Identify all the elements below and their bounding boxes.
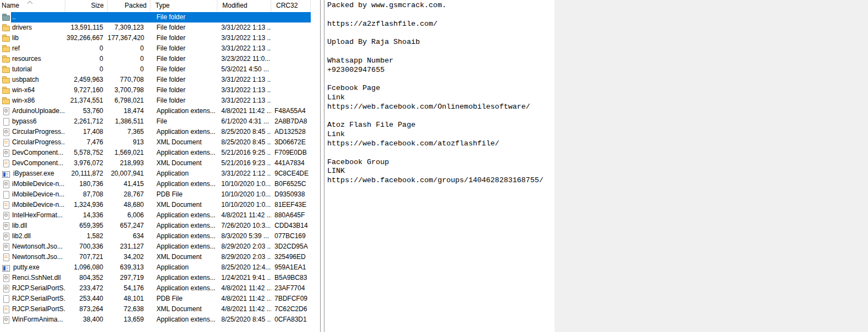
table-row[interactable]: lib392,266,667177,367,420File folder3/31…	[0, 33, 320, 43]
cell-crc32	[271, 43, 311, 54]
desktop-background	[555, 0, 868, 332]
table-row[interactable]: usbpatch2,459,963770,708File folder3/31/…	[0, 75, 320, 85]
cell-packed: 639,313	[108, 262, 150, 273]
table-row[interactable]: drivers13,591,1157,309,123File folder3/3…	[0, 22, 320, 33]
file-name: IntelHexFormat...	[12, 210, 63, 221]
cell-modified	[217, 12, 271, 22]
table-row[interactable]: Newtonsoft.Jso...707,72134,202XML Docume…	[0, 252, 320, 262]
table-row[interactable]: DevComponent...3,976,072218,993XML Docum…	[0, 158, 320, 168]
cell-type: File folder	[150, 75, 217, 85]
cell-name: resources	[0, 54, 65, 64]
table-row[interactable]: iMobileDevice-n...180,73641,415Applicati…	[0, 179, 320, 189]
xml-icon	[2, 159, 10, 167]
cell-name: CircularProgress...	[0, 137, 65, 148]
table-row[interactable]: ..File folder	[0, 12, 320, 22]
archive-manager-window: NameSizePackedTypeModifiedCRC32 ..File f…	[0, 0, 868, 332]
cell-modified: 3/31/2022 1:13 ...	[217, 22, 271, 33]
file-list-body: ..File folderdrivers13,591,1157,309,123F…	[0, 12, 320, 325]
cell-type: File folder	[150, 22, 217, 33]
table-row[interactable]: CircularProgress...17,4087,365Applicatio…	[0, 127, 320, 137]
cell-size: 53,760	[65, 106, 108, 116]
cell-type: Application extens...	[150, 106, 217, 116]
table-row[interactable]: lib2.dll1,582634Application extens...8/3…	[0, 231, 320, 241]
table-row[interactable]: putty.exe1,096,080639,313Application8/25…	[0, 262, 320, 273]
panel-splitter[interactable]	[320, 0, 324, 332]
column-header-packed[interactable]: Packed	[108, 0, 150, 12]
table-row[interactable]: ArduinoUploade...53,76018,474Application…	[0, 106, 320, 116]
table-row[interactable]: RJCP.SerialPortS...873,26472,638XML Docu…	[0, 304, 320, 314]
folder-icon	[2, 76, 10, 84]
cell-crc32	[271, 64, 311, 75]
table-row[interactable]: RJCP.SerialPortS...253,44048,101PDB File…	[0, 294, 320, 304]
table-row[interactable]: bypass62,261,7121,386,511File6/1/2020 4:…	[0, 116, 320, 127]
cell-modified: 8/25/2020 8:45 ...	[217, 137, 271, 148]
cell-packed: 231,127	[108, 241, 150, 252]
cell-packed: 297,719	[108, 273, 150, 283]
cell-name: iMobileDevice-n...	[0, 200, 65, 210]
cell-packed	[108, 12, 150, 22]
column-header-type[interactable]: Type	[150, 0, 217, 12]
dll-icon	[2, 284, 10, 292]
table-row[interactable]: DevComponent...5,578,7521,569,021Applica…	[0, 148, 320, 158]
cell-crc32	[271, 12, 311, 22]
column-header-size[interactable]: Size	[65, 0, 108, 12]
cell-type: File folder	[150, 33, 217, 43]
cell-name: CircularProgress...	[0, 127, 65, 137]
cell-name: lib2.dll	[0, 231, 65, 241]
cell-name: bypass6	[0, 116, 65, 127]
cell-size: 0	[65, 64, 108, 75]
cell-modified: 8/29/2020 2:03 ...	[217, 252, 271, 262]
cell-modified: 5/3/2021 4:50 ...	[217, 64, 271, 75]
cell-type: Application	[150, 168, 217, 179]
file-name: win-x64	[12, 85, 35, 95]
table-row[interactable]: win-x649,727,1603,700,798File folder3/31…	[0, 85, 320, 95]
cell-size: 17,408	[65, 127, 108, 137]
table-row[interactable]: iMobileDevice-n...1,324,93648,680XML Doc…	[0, 200, 320, 210]
cell-name: usbpatch	[0, 75, 65, 85]
cell-size: 0	[65, 54, 108, 64]
table-row[interactable]: IntelHexFormat...14,3366,006Application …	[0, 210, 320, 221]
table-row[interactable]: WinFormAnima...38,40013,659Application e…	[0, 314, 320, 325]
table-row[interactable]: lib.dll659,395657,247Application extens.…	[0, 221, 320, 231]
cell-name: iBypasser.exe	[0, 168, 65, 179]
file-name: DevComponent...	[12, 148, 63, 158]
cell-size: 392,266,667	[65, 33, 108, 43]
table-row[interactable]: Renci.SshNet.dll804,352297,719Applicatio…	[0, 273, 320, 283]
column-header-modified[interactable]: Modified	[217, 0, 271, 12]
exe-icon	[2, 171, 10, 178]
table-row[interactable]: iBypasser.exe20,111,87220,007,941Applica…	[0, 168, 320, 179]
cell-crc32: 2A8B7DA8	[271, 116, 311, 127]
cell-packed: 1,386,511	[108, 116, 150, 127]
cell-type: Application extens...	[150, 241, 217, 252]
cell-crc32: 81EEF43E	[271, 200, 311, 210]
dll-icon	[2, 316, 10, 324]
cell-type: Application extens...	[150, 127, 217, 137]
file-list-header: NameSizePackedTypeModifiedCRC32	[0, 0, 311, 12]
dll-icon	[2, 274, 10, 282]
cell-name: DevComponent...	[0, 148, 65, 158]
table-row[interactable]: CircularProgress...7,476913XML Document8…	[0, 137, 320, 148]
cell-size: 804,352	[65, 273, 108, 283]
cell-crc32: 880A645F	[271, 210, 311, 221]
column-header-crc32[interactable]: CRC32	[271, 0, 311, 12]
dll-icon	[2, 222, 10, 230]
table-row[interactable]: tutorial00File folder5/3/2021 4:50 ...	[0, 64, 320, 75]
folder-icon	[2, 86, 10, 94]
cell-crc32: B5A9BC83	[271, 273, 311, 283]
cell-crc32: 3D2CD95A	[271, 241, 311, 252]
xml-icon	[2, 138, 10, 147]
cell-packed: 6,006	[108, 210, 150, 221]
file-icon	[2, 295, 10, 303]
file-list-panel: NameSizePackedTypeModifiedCRC32 ..File f…	[0, 0, 320, 332]
table-row[interactable]: RJCP.SerialPortS...233,47254,176Applicat…	[0, 283, 320, 294]
xml-icon	[2, 305, 10, 313]
cell-name: ..	[0, 12, 65, 22]
table-row[interactable]: resources00File folder3/23/2022 11:0...	[0, 54, 320, 64]
table-row[interactable]: iMobileDevice-n...87,70828,767PDB File10…	[0, 189, 320, 200]
table-row[interactable]: win-x8621,374,5516,798,021File folder3/3…	[0, 95, 320, 106]
table-row[interactable]: ref00File folder3/31/2022 1:13 ...	[0, 43, 320, 54]
table-row[interactable]: Newtonsoft.Jso...700,336231,127Applicati…	[0, 241, 320, 252]
column-header-name[interactable]: Name	[0, 0, 65, 12]
cell-modified: 5/21/2016 9:25 ...	[217, 148, 271, 158]
cell-packed: 48,101	[108, 294, 150, 304]
